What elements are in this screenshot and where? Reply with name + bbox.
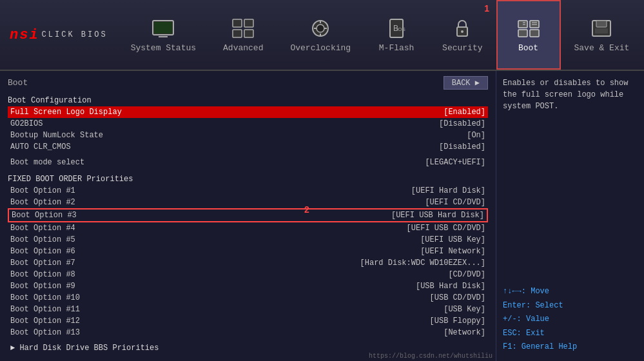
svg-text:IOS: IOS <box>396 26 405 32</box>
setting-label-numlock: Bootup NumLock State <box>10 131 139 140</box>
nav-label-advanced: Advanced <box>223 43 263 53</box>
product-name: CLICK BIOS <box>42 30 108 39</box>
settings-table: Boot Configuration Full Screen Logo Disp… <box>8 95 488 354</box>
boot-opt13-value: [Network] <box>444 328 485 337</box>
boot-option-3[interactable]: Boot Option #3 [UEFI USB Hard Disk] <box>8 208 488 222</box>
brand-name: nsi <box>10 27 39 43</box>
nav-label-save-exit: Save & Exit <box>574 43 630 53</box>
nav-item-system-status[interactable]: System Status <box>117 0 210 70</box>
boot-option-12[interactable]: Boot Option #12 [USB Floppy] <box>8 315 488 327</box>
boot-opt5-value: [UEFI USB Key] <box>420 235 485 244</box>
boot-opt9-value: [USB Hard Disk] <box>416 282 485 291</box>
boot-option-9[interactable]: Boot Option #9 [USB Hard Disk] <box>8 280 488 292</box>
hdd-bbs-link[interactable]: ► Hard Disk Drive BBS Priorities <box>10 344 159 353</box>
boot-opt7-value: [Hard Disk:WDC WD10EZEX...] <box>360 259 485 268</box>
advanced-icon <box>230 17 256 39</box>
boot-opt6-label: Boot Option #6 <box>10 247 139 256</box>
nav-item-save-exit[interactable]: Save & Exit <box>561 0 643 70</box>
breadcrumb-bar: Boot BACK ▶ <box>8 76 488 90</box>
svg-point-9 <box>317 24 324 32</box>
boot-opt10-value: [USB CD/DVD] <box>430 293 485 302</box>
system-status-icon <box>150 17 176 39</box>
svg-rect-4 <box>233 19 242 27</box>
boot-opt9-label: Boot Option #9 <box>10 282 139 291</box>
setting-row-boot-mode[interactable]: Boot mode select [LEGACY+UEFI] <box>8 157 488 168</box>
setting-row-full-screen-logo[interactable]: Full Screen Logo Display [Enabled] <box>8 106 488 118</box>
setting-row-go2bios[interactable]: GO2BIOS [Disabled] <box>8 118 488 130</box>
boot-opt2-value: [UEFI CD/DVD] <box>425 198 485 207</box>
boot-option-8[interactable]: Boot Option #8 [CD/DVD] <box>8 269 488 280</box>
keybinding-move: ↑↓←→: Move <box>503 285 638 299</box>
setting-label-full-screen: Full Screen Logo Display <box>10 108 139 117</box>
svg-rect-6 <box>233 30 242 37</box>
boot-opt1-value: [UEFI Hard Disk] <box>411 186 485 195</box>
boot-option-2[interactable]: Boot Option #2 [UEFI CD/DVD] <box>8 197 488 208</box>
main-area: Boot BACK ▶ Boot Configuration Full Scre… <box>0 71 644 361</box>
help-text: Enables or disables to show the full scr… <box>503 77 638 112</box>
setting-value-auto-clr: [Disabled] <box>439 142 485 151</box>
boot-option-4[interactable]: Boot Option #4 [UEFI USB CD/DVD] <box>8 222 488 234</box>
keybindings: ↑↓←→: Move Enter: Select +/-: Value ESC:… <box>503 285 638 355</box>
setting-row-auto-clr[interactable]: AUTO CLR_CMOS [Disabled] <box>8 141 488 153</box>
boot-opt12-value: [USB Floppy] <box>430 317 485 326</box>
boot-opt3-value: [UEFI USB Hard Disk] <box>391 211 484 220</box>
svg-rect-1 <box>154 22 172 34</box>
mflash-icon: B IOS <box>384 17 409 39</box>
boot-option-6[interactable]: Boot Option #6 [UEFI Network] <box>8 246 488 257</box>
setting-label-auto-clr: AUTO CLR_CMOS <box>10 142 139 151</box>
nav-item-overclocking[interactable]: Overclocking <box>277 0 364 70</box>
logo: nsi CLICK BIOS <box>0 0 117 70</box>
boot-opt11-label: Boot Option #11 <box>10 305 139 314</box>
svg-rect-7 <box>244 30 253 37</box>
nav-label-mflash: M-Flash <box>379 43 415 53</box>
right-sidebar: Enables or disables to show the full scr… <box>496 71 644 361</box>
setting-row-numlock[interactable]: Bootup NumLock State [On] <box>8 130 488 141</box>
nav-item-mflash[interactable]: B IOS M-Flash <box>364 0 429 70</box>
keybinding-enter: Enter: Select <box>503 299 638 313</box>
setting-label-go2bios: GO2BIOS <box>10 119 139 128</box>
boot-option-11[interactable]: Boot Option #11 [USB Key] <box>8 304 488 315</box>
overclocking-icon <box>307 17 333 39</box>
boot-opt3-label: Boot Option #3 <box>12 211 141 220</box>
keybinding-esc: ESC: Exit <box>503 327 638 341</box>
boot-opt2-label: Boot Option #2 <box>10 198 139 207</box>
boot-option-10[interactable]: Boot Option #10 [USB CD/DVD] <box>8 292 488 304</box>
breadcrumb: Boot <box>8 78 28 88</box>
back-button[interactable]: BACK ▶ <box>444 76 488 90</box>
boot-opt12-label: Boot Option #12 <box>10 317 139 326</box>
security-icon <box>449 17 475 39</box>
header: nsi CLICK BIOS System Status <box>0 0 644 71</box>
boot-option-7[interactable]: Boot Option #7 [Hard Disk:WDC WD10EZEX..… <box>8 257 488 269</box>
boot-config-header: Boot Configuration <box>8 95 488 106</box>
nav-item-boot[interactable]: Boot <box>496 0 561 70</box>
nav-menu: System Status Advanced <box>117 0 644 70</box>
boot-opt4-label: Boot Option #4 <box>10 224 139 233</box>
nav-label-boot: Boot <box>518 43 538 53</box>
boot-opt4-value: [UEFI USB CD/DVD] <box>407 224 485 233</box>
nav-item-advanced[interactable]: Advanced <box>210 0 277 70</box>
nav-label-system-status: System Status <box>131 43 196 53</box>
boot-opt8-value: [CD/DVD] <box>448 270 485 279</box>
setting-value-full-screen: [Enabled] <box>444 108 485 117</box>
fixed-boot-order-area: 2 Boot Option #1 [UEFI Hard Disk] Boot O… <box>8 185 488 338</box>
boot-opt6-value: [UEFI Network] <box>420 247 485 256</box>
boot-option-5[interactable]: Boot Option #5 [UEFI USB Key] <box>8 234 488 246</box>
fixed-boot-header: FIXED BOOT ORDER Priorities <box>8 173 488 185</box>
setting-value-boot-mode: [LEGACY+UEFI] <box>425 158 485 167</box>
boot-opt11-value: [USB Key] <box>444 305 485 314</box>
content-area: Boot BACK ▶ Boot Configuration Full Scre… <box>0 71 496 361</box>
marker-2: 2 <box>304 204 309 215</box>
boot-opt7-label: Boot Option #7 <box>10 259 139 268</box>
marker-1: 1 <box>484 3 489 14</box>
nav-label-security: Security <box>442 43 482 53</box>
svg-rect-29 <box>595 28 608 34</box>
svg-rect-28 <box>596 21 607 27</box>
boot-opt8-label: Boot Option #8 <box>10 270 139 279</box>
svg-point-18 <box>461 30 463 33</box>
boot-option-1[interactable]: Boot Option #1 [UEFI Hard Disk] <box>8 185 488 197</box>
svg-rect-22 <box>530 30 539 37</box>
boot-option-13[interactable]: Boot Option #13 [Network] <box>8 327 488 338</box>
setting-label-boot-mode: Boot mode select <box>10 158 139 167</box>
boot-opt10-label: Boot Option #10 <box>10 293 139 302</box>
nav-label-overclocking: Overclocking <box>290 43 351 53</box>
